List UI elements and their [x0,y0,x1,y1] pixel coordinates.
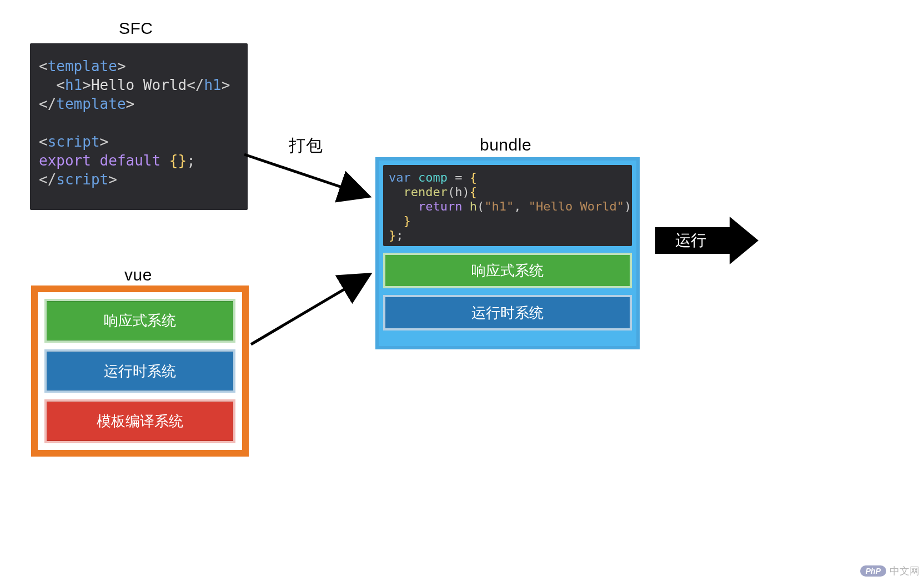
tok: template [56,96,125,112]
tok: = [448,171,470,184]
vue-reactive-system: 响应式系统 [44,299,235,343]
run-arrow-label: 运行 [675,230,706,251]
sfc-code-block: <template> <h1>Hello World</h1> </templa… [30,43,248,210]
tok: script [56,171,108,188]
tok: h1 [65,77,82,93]
bundle-title: bundle [480,136,531,154]
tok: { [470,185,477,199]
tok: export default [39,152,169,169]
tok: </ [39,171,56,188]
tok: ) [462,185,469,199]
tok: h [470,199,477,213]
bundle-code-block: var comp = { render(h){ return h("h1", "… [383,165,632,246]
tok: "h1" [484,199,514,213]
tok: </ [39,96,56,112]
tok: > [117,58,126,74]
tok: { [470,171,477,184]
tok: var [389,171,418,184]
tok: , [514,199,529,213]
tok: return [418,199,470,213]
tok [389,199,418,213]
arrow-sfc-to-bundle [239,144,383,206]
tok: > [222,77,230,93]
tok: ; [396,228,403,242]
sfc-title: SFC [119,19,153,38]
tok: comp [418,171,448,184]
bundle-box: var comp = { render(h){ return h("h1", "… [375,157,640,349]
tok: > [126,96,135,112]
tok: h1 [204,77,221,93]
tok: < [56,77,65,93]
arrow-vue-to-bundle [244,267,378,355]
tok: ( [477,199,484,213]
tok: > [82,77,91,93]
tok: h [455,185,462,199]
tok [389,214,404,228]
tok: > [100,133,109,150]
run-arrow: 运行 [655,217,759,264]
tok: Hello World [91,77,187,93]
tok: < [39,133,48,150]
tok: } [389,228,396,242]
vue-title: vue [124,266,152,284]
vue-stack-box: 响应式系统 运行时系统 模板编译系统 [31,286,249,457]
svg-line-0 [244,154,366,196]
tok: </ [187,77,204,93]
tok: {} [169,152,187,169]
tok: < [39,58,48,74]
tok: } [404,214,411,228]
watermark-text: 中文网 [890,564,920,578]
tok: ) [624,199,631,213]
tok: ( [448,185,455,199]
vue-runtime-system: 运行时系统 [44,349,235,393]
tok: render [404,185,448,199]
tok: "Hello World" [529,199,624,213]
tok [389,185,404,199]
tok: script [48,133,100,150]
bundle-runtime-system: 运行时系统 [383,295,632,330]
svg-line-1 [251,276,368,344]
tok: > [108,171,117,188]
vue-compiler-system: 模板编译系统 [44,399,235,443]
tok: ; [187,152,195,169]
tok: template [48,58,117,74]
watermark: PhP 中文网 [860,564,920,578]
php-badge: PhP [860,565,886,577]
bundle-reactive-system: 响应式系统 [383,253,632,288]
